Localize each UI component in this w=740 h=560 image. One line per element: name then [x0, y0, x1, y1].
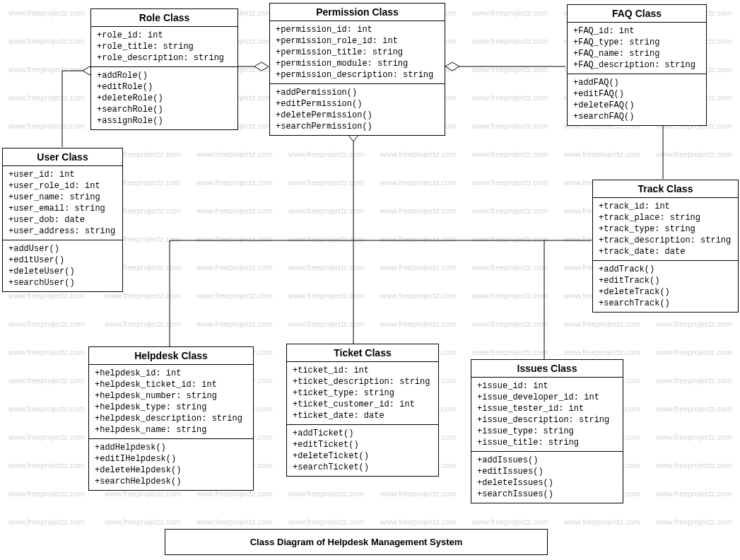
watermark: www.freeprojectz.com	[472, 37, 548, 45]
class-attrs: +permission_id: int +permission_role_id:…	[270, 21, 445, 84]
class-issues: Issues Class +issue_id: int +issue_devel…	[471, 359, 623, 503]
class-ops: +addFAQ() +editFAQ() +deleteFAQ() +searc…	[568, 74, 706, 125]
watermark: www.freeprojectz.com	[8, 37, 85, 45]
class-ops: +addUser() +editUser() +deleteUser() +se…	[3, 240, 122, 291]
watermark: www.freeprojectz.com	[656, 348, 732, 356]
watermark: www.freeprojectz.com	[8, 93, 85, 102]
watermark: www.freeprojectz.com	[288, 263, 365, 272]
class-title: Issues Class	[471, 360, 623, 378]
watermark: www.freeprojectz.com	[105, 291, 181, 300]
watermark: www.freeprojectz.com	[472, 263, 548, 272]
watermark: www.freeprojectz.com	[196, 320, 273, 328]
watermark: www.freeprojectz.com	[8, 376, 85, 385]
class-title: Track Class	[593, 180, 738, 198]
watermark: www.freeprojectz.com	[196, 150, 273, 158]
watermark: www.freeprojectz.com	[196, 206, 273, 215]
watermark: www.freeprojectz.com	[656, 518, 732, 526]
watermark: www.freeprojectz.com	[288, 206, 365, 215]
svg-marker-4	[254, 62, 269, 71]
watermark: www.freeprojectz.com	[105, 518, 181, 526]
watermark: www.freeprojectz.com	[8, 461, 85, 469]
class-faq: FAQ Class +FAQ_id: int +FAQ_type: string…	[567, 4, 707, 126]
watermark: www.freeprojectz.com	[288, 518, 365, 526]
class-track: Track Class +track_id: int +track_place:…	[592, 180, 739, 313]
watermark: www.freeprojectz.com	[288, 489, 365, 498]
diagram-title: Class Diagram of Helpdesk Management Sys…	[165, 529, 548, 555]
diagram-canvas: (function(){ // emit later after data-bi…	[0, 0, 740, 560]
watermark: www.freeprojectz.com	[8, 291, 85, 300]
watermark: www.freeprojectz.com	[8, 122, 85, 130]
watermark: www.freeprojectz.com	[380, 263, 457, 272]
class-ops: +addTicket() +editTicket() +deleteTicket…	[287, 425, 438, 476]
watermark: www.freeprojectz.com	[656, 433, 732, 441]
class-attrs: +helpdesk_id: int +helpdesk_ticket_id: i…	[89, 365, 253, 439]
class-ops: +addTrack() +editTrack() +deleteTrack() …	[593, 261, 738, 312]
watermark: www.freeprojectz.com	[656, 320, 732, 328]
class-ops: +addPermission() +editPermission() +dele…	[270, 84, 445, 135]
watermark: www.freeprojectz.com	[105, 320, 181, 328]
watermark: www.freeprojectz.com	[472, 8, 548, 17]
watermark: www.freeprojectz.com	[288, 235, 365, 243]
class-helpdesk: Helpdesk Class +helpdesk_id: int +helpde…	[88, 346, 254, 491]
watermark: www.freeprojectz.com	[472, 320, 548, 328]
watermark: www.freeprojectz.com	[472, 206, 548, 215]
watermark: www.freeprojectz.com	[8, 489, 85, 498]
watermark: www.freeprojectz.com	[564, 348, 640, 356]
watermark: www.freeprojectz.com	[564, 150, 640, 158]
watermark: www.freeprojectz.com	[564, 518, 640, 526]
class-attrs: +FAQ_id: int +FAQ_type: string +FAQ_name…	[568, 23, 706, 74]
watermark: www.freeprojectz.com	[196, 263, 273, 272]
class-attrs: +user_id: int +user_role_id: int +user_n…	[3, 166, 122, 240]
watermark: www.freeprojectz.com	[196, 178, 273, 187]
watermark: www.freeprojectz.com	[288, 291, 365, 300]
watermark: www.freeprojectz.com	[8, 518, 85, 526]
watermark: www.freeprojectz.com	[196, 518, 273, 526]
watermark: www.freeprojectz.com	[472, 122, 548, 130]
watermark: www.freeprojectz.com	[472, 348, 548, 356]
watermark: www.freeprojectz.com	[288, 178, 365, 187]
watermark: www.freeprojectz.com	[472, 65, 548, 74]
watermark: www.freeprojectz.com	[288, 150, 365, 158]
class-title: User Class	[3, 148, 122, 166]
watermark: www.freeprojectz.com	[380, 489, 457, 498]
watermark: www.freeprojectz.com	[380, 518, 457, 526]
class-attrs: +track_id: int +track_place: string +tra…	[593, 198, 738, 261]
watermark: www.freeprojectz.com	[196, 291, 273, 300]
class-attrs: +issue_id: int +issue_developer_id: int …	[471, 378, 623, 452]
class-ops: +addRole() +editRole() +deleteRole() +se…	[91, 67, 237, 129]
svg-marker-6	[445, 62, 459, 71]
watermark: www.freeprojectz.com	[656, 489, 732, 498]
watermark: www.freeprojectz.com	[8, 404, 85, 413]
watermark: www.freeprojectz.com	[380, 150, 457, 158]
watermark: www.freeprojectz.com	[656, 150, 732, 158]
watermark: www.freeprojectz.com	[472, 93, 548, 102]
class-attrs: +role_id: int +role_title: string +role_…	[91, 27, 237, 67]
watermark: www.freeprojectz.com	[380, 178, 457, 187]
watermark: www.freeprojectz.com	[564, 320, 640, 328]
watermark: www.freeprojectz.com	[472, 178, 548, 187]
watermark: www.freeprojectz.com	[472, 518, 548, 526]
class-title: Permission Class	[270, 4, 445, 21]
watermark: www.freeprojectz.com	[472, 150, 548, 158]
watermark: www.freeprojectz.com	[380, 291, 457, 300]
watermark: www.freeprojectz.com	[8, 348, 85, 356]
watermark: www.freeprojectz.com	[380, 235, 457, 243]
class-attrs: +ticket_id: int +ticket_description: str…	[287, 362, 438, 425]
watermark: www.freeprojectz.com	[380, 206, 457, 215]
class-ops: +addHelpdesk() +editIHelpdesk() +deleteH…	[89, 439, 253, 490]
watermark: www.freeprojectz.com	[380, 320, 457, 328]
watermark: www.freeprojectz.com	[8, 65, 85, 74]
class-user: User Class +user_id: int +user_role_id: …	[2, 148, 123, 292]
watermark: www.freeprojectz.com	[196, 235, 273, 243]
watermark: www.freeprojectz.com	[288, 320, 365, 328]
watermark: www.freeprojectz.com	[8, 320, 85, 328]
class-role: Role Class +role_id: int +role_title: st…	[90, 8, 238, 130]
watermark: www.freeprojectz.com	[656, 376, 732, 385]
class-title: FAQ Class	[568, 5, 706, 23]
class-ops: +addIssues() +editIssues() +deleteIssues…	[471, 452, 623, 503]
watermark: www.freeprojectz.com	[472, 235, 548, 243]
watermark: www.freeprojectz.com	[472, 291, 548, 300]
watermark: www.freeprojectz.com	[656, 404, 732, 413]
class-title: Role Class	[91, 9, 237, 27]
watermark: www.freeprojectz.com	[656, 461, 732, 469]
